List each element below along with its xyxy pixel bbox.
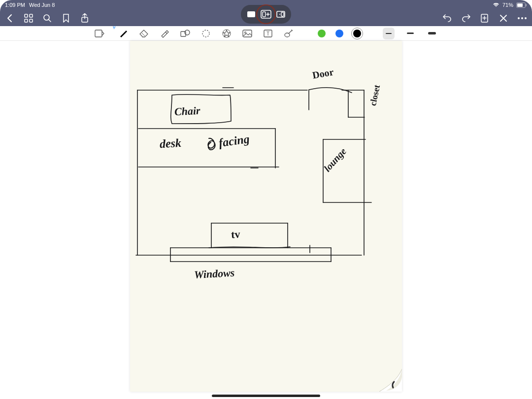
wand-tool-icon[interactable]: [283, 28, 294, 39]
fullscreen-icon[interactable]: [244, 7, 259, 22]
svg-point-13: [44, 15, 49, 20]
canvas-area[interactable]: Chair desk facing tv Windows Door closet…: [0, 41, 532, 399]
favorites-tool-icon[interactable]: [221, 28, 232, 39]
lasso-tool-icon[interactable]: [200, 28, 211, 39]
close-icon[interactable]: [499, 13, 508, 23]
svg-point-24: [202, 30, 209, 37]
status-date: Wed Jun 8: [29, 2, 55, 8]
multitask-control: [241, 5, 291, 24]
more-icon[interactable]: [517, 13, 527, 23]
redo-icon[interactable]: [461, 13, 471, 23]
tool-bar: ⑂ T: [0, 26, 532, 41]
color-black-selected[interactable]: [353, 30, 361, 37]
svg-rect-9: [25, 14, 28, 17]
svg-line-21: [142, 33, 145, 36]
wifi-icon: [493, 2, 499, 7]
search-icon[interactable]: [42, 13, 52, 23]
status-time: 1:09 PM: [5, 2, 25, 8]
svg-line-14: [49, 20, 51, 22]
svg-rect-7: [281, 12, 284, 16]
svg-rect-1: [517, 3, 523, 7]
svg-text:T: T: [266, 31, 269, 36]
svg-rect-5: [263, 12, 266, 17]
svg-rect-12: [30, 19, 33, 22]
bluetooth-badge-icon: ⑂: [113, 25, 115, 30]
battery-icon: [516, 2, 527, 8]
svg-rect-3: [247, 11, 255, 17]
read-mode-icon[interactable]: [94, 28, 105, 39]
svg-rect-26: [243, 30, 252, 37]
pen-tool-icon[interactable]: ⑂: [118, 28, 129, 39]
floorplan-drawing: [130, 41, 402, 392]
share-icon[interactable]: [80, 13, 90, 23]
undo-icon[interactable]: [442, 13, 452, 23]
image-tool-icon[interactable]: [242, 28, 253, 39]
page-curl-icon: [379, 369, 402, 392]
highlighter-tool-icon[interactable]: [159, 28, 170, 39]
battery-percent: 71%: [502, 2, 513, 8]
note-page[interactable]: Chair desk facing tv Windows Door closet…: [130, 41, 402, 392]
add-page-icon[interactable]: [480, 13, 490, 23]
stroke-thin-selected[interactable]: [383, 28, 395, 39]
svg-rect-2: [526, 4, 527, 6]
svg-point-18: [521, 17, 523, 19]
color-blue[interactable]: [335, 30, 343, 37]
eraser-tool-icon[interactable]: [138, 28, 149, 39]
bookmark-icon[interactable]: [61, 13, 71, 23]
text-tool-icon[interactable]: T: [263, 28, 273, 39]
svg-point-19: [525, 17, 527, 19]
svg-rect-10: [30, 14, 33, 17]
stroke-medium[interactable]: [404, 28, 416, 39]
shapes-tool-icon[interactable]: [180, 28, 191, 39]
svg-point-27: [245, 32, 246, 33]
thumbnails-icon[interactable]: [24, 13, 33, 23]
slide-over-icon[interactable]: [273, 7, 288, 22]
svg-point-17: [518, 17, 520, 19]
svg-rect-11: [25, 19, 28, 22]
stroke-thick[interactable]: [426, 28, 438, 39]
svg-rect-20: [95, 30, 102, 37]
back-button[interactable]: [5, 13, 15, 23]
home-indicator[interactable]: [212, 395, 320, 397]
split-view-add-icon[interactable]: [259, 7, 273, 22]
color-green[interactable]: [318, 30, 326, 37]
